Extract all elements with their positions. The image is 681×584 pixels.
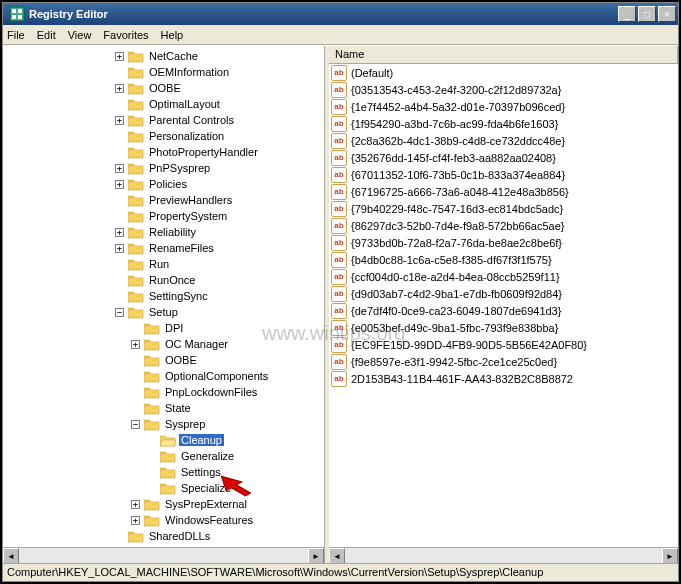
menu-favorites[interactable]: Favorites [103, 29, 148, 41]
expand-icon[interactable]: + [115, 164, 124, 173]
tree-item[interactable]: OOBE [3, 352, 324, 368]
tree-item[interactable]: SettingSync [3, 288, 324, 304]
tree-item[interactable]: OEMInformation [3, 64, 324, 80]
value-name: (Default) [351, 67, 393, 79]
tree-item[interactable]: +OOBE [3, 80, 324, 96]
folder-icon [128, 258, 144, 271]
list-item[interactable]: ab{9733bd0b-72a8-f2a7-76da-be8ae2c8be6f} [329, 234, 678, 251]
tree-item[interactable]: +NetCache [3, 48, 324, 64]
list-item[interactable]: ab(Default) [329, 64, 678, 81]
tree-item[interactable]: SharedDLLs [3, 528, 324, 544]
tree-item[interactable]: DPI [3, 320, 324, 336]
list-item[interactable]: ab{ccf004d0-c18e-a2d4-b4ea-08ccb5259f11} [329, 268, 678, 285]
list-item[interactable]: ab{79b40229-f48c-7547-16d3-ec814bdc5adc} [329, 200, 678, 217]
tree-item-label: Generalize [179, 450, 236, 462]
list-hscroll[interactable]: ◄ ► [329, 547, 678, 563]
tree-item[interactable]: PnpLockdownFiles [3, 384, 324, 400]
tree-item[interactable]: RunOnce [3, 272, 324, 288]
menu-edit[interactable]: Edit [37, 29, 56, 41]
tree-item[interactable]: Specialize [3, 480, 324, 496]
expand-icon[interactable]: + [115, 228, 124, 237]
scroll-right-icon[interactable]: ► [662, 548, 678, 563]
tree-item[interactable]: OptimalLayout [3, 96, 324, 112]
menubar: File Edit View Favorites Help [3, 25, 678, 45]
tree-item[interactable]: +Parental Controls [3, 112, 324, 128]
string-value-icon: ab [331, 116, 347, 132]
tree-item[interactable]: Cleanup [3, 432, 324, 448]
tree-item[interactable]: Settings [3, 464, 324, 480]
expand-icon[interactable]: + [115, 180, 124, 189]
tree-item[interactable]: PhotoPropertyHandler [3, 144, 324, 160]
string-value-icon: ab [331, 354, 347, 370]
list-item[interactable]: ab{2c8a362b-4dc1-38b9-c4d8-ce732ddcc48e} [329, 132, 678, 149]
tree-item[interactable]: −Sysprep [3, 416, 324, 432]
value-name: {e0053bef-d49c-9ba1-5fbc-793f9e838bba} [351, 322, 558, 334]
tree-item[interactable]: State [3, 400, 324, 416]
list-item[interactable]: ab{1f954290-a3bd-7c6b-ac99-fda4b6fe1603} [329, 115, 678, 132]
tree-item-label: State [163, 402, 193, 414]
tree-item-label: OptimalLayout [147, 98, 222, 110]
list-item[interactable]: ab{352676dd-145f-cf4f-feb3-aa882aa02408} [329, 149, 678, 166]
value-name: {1e7f4452-a4b4-5a32-d01e-70397b096ced} [351, 101, 565, 113]
menu-help[interactable]: Help [161, 29, 184, 41]
tree-item[interactable]: +OC Manager [3, 336, 324, 352]
registry-tree[interactable]: +NetCacheOEMInformation+OOBEOptimalLayou… [3, 46, 324, 547]
value-name: {b4db0c88-1c6a-c5e8-f385-df67f3f1f575} [351, 254, 552, 266]
tree-item[interactable]: −Setup [3, 304, 324, 320]
folder-icon [128, 290, 144, 303]
collapse-icon[interactable]: − [131, 420, 140, 429]
list-item[interactable]: ab{1e7f4452-a4b4-5a32-d01e-70397b096ced} [329, 98, 678, 115]
expand-icon[interactable]: + [115, 52, 124, 61]
tree-item[interactable]: +RenameFiles [3, 240, 324, 256]
list-item[interactable]: ab{86297dc3-52b0-7d4e-f9a8-572bb66ac5ae} [329, 217, 678, 234]
list-item[interactable]: ab{03513543-c453-2e4f-3200-c2f12d89732a} [329, 81, 678, 98]
list-item[interactable]: ab2D153B43-11B4-461F-AA43-832B2C8B8872 [329, 370, 678, 387]
tree-item[interactable]: +PnPSysprep [3, 160, 324, 176]
maximize-button[interactable]: □ [638, 6, 656, 22]
list-item[interactable]: ab{67196725-a666-73a6-a048-412e48a3b856} [329, 183, 678, 200]
expand-icon[interactable]: + [115, 84, 124, 93]
close-button[interactable]: × [658, 6, 676, 22]
scroll-right-icon[interactable]: ► [308, 548, 324, 563]
list-pane: Name ab(Default)ab{03513543-c453-2e4f-32… [329, 46, 678, 563]
collapse-icon[interactable]: − [115, 308, 124, 317]
tree-hscroll[interactable]: ◄ ► [3, 547, 324, 563]
tree-item[interactable]: +Reliability [3, 224, 324, 240]
value-name: {67196725-a666-73a6-a048-412e48a3b856} [351, 186, 569, 198]
minimize-button[interactable]: _ [618, 6, 636, 22]
expand-icon[interactable]: + [131, 500, 140, 509]
list-item[interactable]: ab{d9d03ab7-c4d2-9ba1-e7db-fb0609f92d84} [329, 285, 678, 302]
expand-icon[interactable]: + [131, 516, 140, 525]
tree-item[interactable]: Run [3, 256, 324, 272]
expand-icon[interactable]: + [115, 116, 124, 125]
value-list[interactable]: ab(Default)ab{03513543-c453-2e4f-3200-c2… [329, 64, 678, 547]
menu-view[interactable]: View [68, 29, 92, 41]
tree-item[interactable]: PropertySystem [3, 208, 324, 224]
column-name[interactable]: Name [329, 46, 678, 63]
tree-item[interactable]: +WindowsFeatures [3, 512, 324, 528]
list-item[interactable]: ab{b4db0c88-1c6a-c5e8-f385-df67f3f1f575} [329, 251, 678, 268]
menu-file[interactable]: File [7, 29, 25, 41]
tree-item[interactable]: Personalization [3, 128, 324, 144]
tree-item-label: OEMInformation [147, 66, 231, 78]
value-name: {de7df4f0-0ce9-ca23-6049-1807de6941d3} [351, 305, 561, 317]
tree-item[interactable]: Generalize [3, 448, 324, 464]
expand-icon[interactable]: + [131, 340, 140, 349]
tree-item-label: OOBE [147, 82, 183, 94]
scroll-left-icon[interactable]: ◄ [3, 548, 19, 563]
list-item[interactable]: ab{de7df4f0-0ce9-ca23-6049-1807de6941d3} [329, 302, 678, 319]
tree-item[interactable]: +Policies [3, 176, 324, 192]
tree-item-label: Cleanup [179, 434, 224, 446]
scroll-left-icon[interactable]: ◄ [329, 548, 345, 563]
tree-item[interactable]: +SysPrepExternal [3, 496, 324, 512]
tree-item[interactable]: OptionalComponents [3, 368, 324, 384]
list-item[interactable]: ab{67011352-10f6-73b5-0c1b-833a374ea884} [329, 166, 678, 183]
list-item[interactable]: ab{f9e8597e-e3f1-9942-5fbc-2ce1ce25c0ed} [329, 353, 678, 370]
value-name: {1f954290-a3bd-7c6b-ac99-fda4b6fe1603} [351, 118, 558, 130]
list-item[interactable]: ab{e0053bef-d49c-9ba1-5fbc-793f9e838bba} [329, 319, 678, 336]
list-item[interactable]: ab{EC9FE15D-99DD-4FB9-90D5-5B56E42A0F80} [329, 336, 678, 353]
tree-item[interactable]: PreviewHandlers [3, 192, 324, 208]
expand-icon[interactable]: + [115, 244, 124, 253]
folder-icon [128, 194, 144, 207]
folder-icon [160, 482, 176, 495]
